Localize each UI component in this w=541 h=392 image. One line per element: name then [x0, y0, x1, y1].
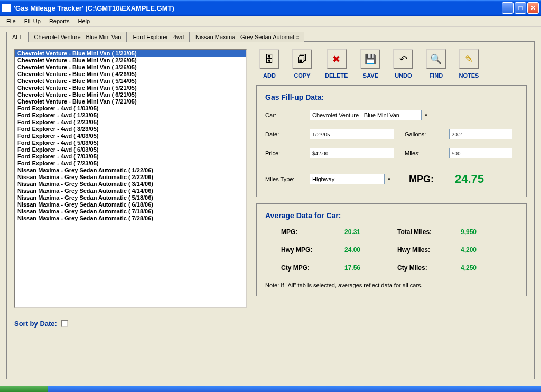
list-item[interactable]: Chevrolet Venture - Blue Mini Van ( 5/14… — [15, 78, 246, 85]
list-item[interactable]: Ford Explorer - 4wd ( 4/03/05) — [15, 133, 246, 139]
find-button[interactable]: 🔍FIND — [426, 49, 446, 79]
avg-value: 9,950 — [461, 228, 503, 236]
add-label: ADD — [263, 72, 276, 79]
notes-label: NOTES — [459, 72, 479, 79]
list-item[interactable]: Nissan Maxima - Grey Sedan Automatic ( 3… — [15, 181, 246, 188]
avg-value: 4,200 — [461, 246, 503, 254]
average-title: Average Data for Car: — [265, 211, 518, 220]
list-item[interactable]: Ford Explorer - 4wd ( 5/03/05) — [15, 139, 246, 146]
miles-type-label: Miles Type: — [265, 176, 310, 182]
tab-3[interactable]: Nissan Maxima - Grey Sedan Automatic — [190, 32, 304, 42]
copy-icon: 🗐 — [292, 49, 312, 69]
date-input[interactable] — [310, 129, 394, 139]
list-item[interactable]: Nissan Maxima - Grey Sedan Automatic ( 1… — [15, 167, 246, 174]
delete-icon: ✖ — [327, 49, 347, 69]
avg-label: Total Miles: — [397, 228, 461, 236]
app-icon — [2, 4, 11, 12]
avg-label: Cty Miles: — [397, 264, 461, 272]
mpg-value: 24.75 — [455, 172, 484, 186]
tabs: ALLChevrolet Venture - Blue Mini VanFord… — [6, 32, 535, 42]
list-item[interactable]: Ford Explorer - 4wd ( 1/23/05) — [15, 112, 246, 119]
car-dropdown[interactable]: Chevrolet Venture - Blue Mini Van ▼ — [310, 110, 431, 120]
list-item[interactable]: Ford Explorer - 4wd ( 6/03/05) — [15, 146, 246, 153]
price-label: Price: — [265, 150, 310, 156]
date-label: Date: — [265, 131, 310, 137]
close-button[interactable]: ✕ — [527, 2, 539, 14]
menu-reports[interactable]: Reports — [45, 17, 74, 25]
list-item[interactable]: Chevrolet Venture - Blue Mini Van ( 7/21… — [15, 98, 246, 105]
list-item[interactable]: Chevrolet Venture - Blue Mini Van ( 3/26… — [15, 64, 246, 71]
avg-value: 17.56 — [344, 264, 397, 272]
menu-fillup[interactable]: Fill Up — [20, 17, 45, 25]
list-item[interactable]: Ford Explorer - 4wd ( 7/03/05) — [15, 153, 246, 160]
list-item[interactable]: Chevrolet Venture - Blue Mini Van ( 2/26… — [15, 57, 246, 64]
miles-type-value: Highway — [310, 174, 384, 184]
miles-input[interactable] — [449, 148, 512, 158]
window-title: 'Gas Mileage Tracker' (C:\GMT10\EXAMPLE.… — [14, 4, 502, 12]
mpg-label: MPG: — [409, 174, 434, 185]
list-item[interactable]: Ford Explorer - 4wd ( 2/23/05) — [15, 119, 246, 126]
find-icon: 🔍 — [426, 49, 446, 69]
price-input[interactable] — [310, 148, 394, 158]
list-item[interactable]: Chevrolet Venture - Blue Mini Van ( 6/21… — [15, 91, 246, 98]
tab-2[interactable]: Ford Explorer - 4wd — [127, 32, 190, 42]
avg-label: Hwy MPG: — [281, 246, 344, 254]
titlebar: 'Gas Mileage Tracker' (C:\GMT10\EXAMPLE.… — [0, 0, 541, 16]
avg-value: 4,250 — [461, 264, 503, 272]
add-button[interactable]: 🗄ADD — [259, 49, 279, 79]
undo-icon: ↶ — [393, 49, 413, 69]
gallons-label: Gallons: — [405, 131, 449, 137]
avg-label: Cty MPG: — [281, 264, 344, 272]
list-item[interactable]: Nissan Maxima - Grey Sedan Automatic ( 2… — [15, 174, 246, 181]
start-button[interactable] — [0, 386, 48, 392]
tab-1[interactable]: Chevrolet Venture - Blue Mini Van — [29, 32, 127, 42]
avg-label: Hwy Miles: — [397, 246, 461, 254]
sort-by-date-checkbox[interactable] — [61, 320, 68, 327]
menu-file[interactable]: File — [2, 17, 20, 25]
miles-type-dropdown[interactable]: Highway ▼ — [310, 174, 394, 184]
fillup-title: Gas Fill-up Data: — [265, 93, 518, 101]
list-item[interactable]: Nissan Maxima - Grey Sedan Automatic ( 6… — [15, 201, 246, 208]
delete-button[interactable]: ✖DELETE — [325, 49, 348, 79]
menubar: File Fill Up Reports Help — [0, 16, 541, 27]
list-item[interactable]: Chevrolet Venture - Blue Mini Van ( 1/23… — [15, 50, 246, 57]
delete-label: DELETE — [325, 72, 348, 79]
chevron-down-icon: ▼ — [384, 174, 394, 184]
copy-label: COPY — [294, 72, 310, 79]
list-item[interactable]: Nissan Maxima - Grey Sedan Automatic ( 5… — [15, 194, 246, 201]
tab-0[interactable]: ALL — [6, 32, 29, 42]
maximize-button[interactable]: □ — [515, 2, 526, 14]
avg-label: MPG: — [281, 228, 344, 236]
chevron-down-icon: ▼ — [421, 110, 431, 120]
list-item[interactable]: Nissan Maxima - Grey Sedan Automatic ( 7… — [15, 208, 246, 215]
miles-label: Miles: — [405, 150, 449, 156]
copy-button[interactable]: 🗐COPY — [292, 49, 312, 79]
menu-help[interactable]: Help — [73, 17, 94, 25]
avg-value: 24.00 — [344, 246, 397, 254]
notes-icon: ✎ — [459, 49, 479, 69]
car-label: Car: — [265, 112, 310, 118]
fillup-data-panel: Gas Fill-up Data: Car: Chevrolet Venture… — [256, 85, 527, 197]
notes-button[interactable]: ✎NOTES — [459, 49, 479, 79]
average-data-panel: Average Data for Car: MPG:20.31Total Mil… — [256, 203, 527, 296]
list-item[interactable]: Chevrolet Venture - Blue Mini Van ( 4/26… — [15, 71, 246, 78]
save-label: SAVE — [363, 72, 378, 79]
list-item[interactable]: Ford Explorer - 4wd ( 7/23/05) — [15, 160, 246, 167]
save-icon: 💾 — [360, 49, 380, 69]
avg-value: 20.31 — [344, 228, 397, 236]
save-button[interactable]: 💾SAVE — [360, 49, 380, 79]
gallons-input[interactable] — [449, 129, 512, 139]
fillup-listbox[interactable]: Chevrolet Venture - Blue Mini Van ( 1/23… — [14, 49, 247, 308]
toolbar: 🗄ADD🗐COPY✖DELETE💾SAVE↶UNDO🔍FIND✎NOTES — [256, 49, 527, 79]
car-dropdown-value: Chevrolet Venture - Blue Mini Van — [310, 110, 421, 120]
minimize-button[interactable]: _ — [502, 2, 514, 14]
undo-button[interactable]: ↶UNDO — [393, 49, 413, 79]
main-panel: Chevrolet Venture - Blue Mini Van ( 1/23… — [6, 41, 535, 379]
sort-by-date-label: Sort by Date: — [14, 320, 57, 328]
list-item[interactable]: Nissan Maxima - Grey Sedan Automatic ( 4… — [15, 188, 246, 194]
list-item[interactable]: Ford Explorer - 4wd ( 1/03/05) — [15, 105, 246, 112]
list-item[interactable]: Nissan Maxima - Grey Sedan Automatic ( 7… — [15, 215, 246, 222]
average-note: Note: If "All" tab is selected, averages… — [265, 282, 518, 288]
list-item[interactable]: Ford Explorer - 4wd ( 3/23/05) — [15, 126, 246, 133]
list-item[interactable]: Chevrolet Venture - Blue Mini Van ( 5/21… — [15, 85, 246, 91]
